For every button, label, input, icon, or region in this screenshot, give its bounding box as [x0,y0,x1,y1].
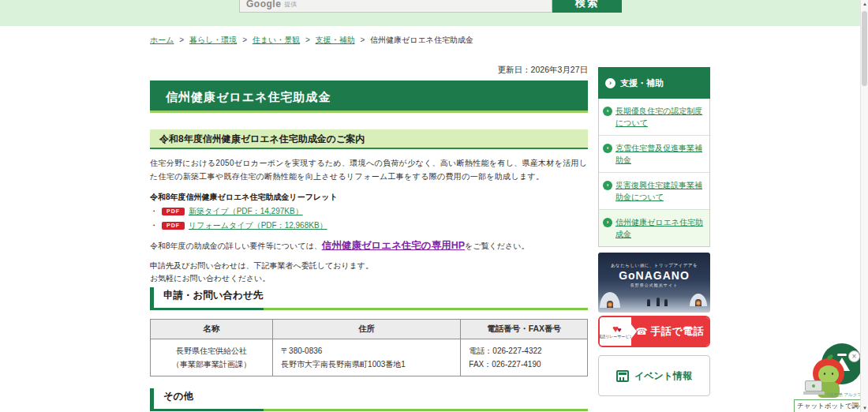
table-header-name: 名称 [151,320,273,339]
table-cell-phone: 電話：026-227-4322 FAX：026-227-4190 [461,339,588,376]
sidebar-menu: › 長期優良住宅の認定制度について › 克雪住宅普及促進事業補助金 › 災害復興… [598,99,710,247]
igloo-illustration [600,292,620,308]
scrollbar[interactable]: ▲ ▼ [860,0,868,412]
scroll-down-icon[interactable]: ▼ [861,406,868,410]
requirements-line: 令和8年度の助成金の詳しい要件等については、信州健康ゼロエネ住宅の専用HPをご覧… [150,239,588,253]
person-silhouette [647,299,650,306]
sign-language-phone-button[interactable]: ♥ ♥ 電話リレーサービス ☎ 手話で電話 [598,316,710,347]
section-underline [150,409,588,411]
other-section-title: その他 [150,388,588,409]
igloo-door [607,301,613,308]
mascot-eye [832,373,833,375]
arrow-circle-icon: › [603,181,612,190]
sign-language-phone-label: 手話で電話 [651,324,705,339]
phone-icon: ☎ [636,326,648,337]
contact-note-2: お気軽にお問い合わせください。 [150,273,588,284]
phone-relay-logo: ♥ ♥ 電話リレーサービス [600,317,631,346]
updated-date: 更新日：2026年3月27日 [150,65,588,76]
breadcrumb-current: 信州健康ゼロエネ住宅助成金 [370,36,473,44]
banner-title: GoNAGANO [598,269,710,282]
search-button[interactable]: 検索 [552,0,622,13]
igloo-glow [697,302,700,305]
breadcrumb-support[interactable]: 支援・補助 [316,36,355,44]
sidebar-item-label[interactable]: 長期優良住宅の認定制度について [615,105,706,129]
table-cell-address: 〒380-0836 長野市大字南長野南県町1003番地1 [273,339,461,376]
search-provided-label: 提供 [284,0,297,9]
breadcrumb-separator: > [179,36,184,44]
sidebar-item-zero-energy-subsidy[interactable]: › 信州健康ゼロエネ住宅助成金 [599,209,709,246]
requirements-suffix: をご覧ください。 [465,242,529,250]
table-row: 長野県住宅供給公社 （事業部事業計画課） 〒380-0836 長野市大字南長野南… [151,339,588,376]
leaflet-heading: 令和8年度信州健康ゼロエネ住宅助成金リーフレット [150,192,588,203]
search-input[interactable]: Google 提供 [239,0,552,13]
page: Google 提供 検索 ホーム > 暮らし・環境 > 住まい・景観 > 支援・… [0,0,868,412]
phone-number: 電話：026-227-4322 [469,344,579,358]
contact-section-title: 申請・お問い合わせ先 [150,287,588,308]
chevron-notch [631,324,637,339]
igloo-door [695,299,702,306]
breadcrumb-housing[interactable]: 住まい・景観 [253,36,300,44]
header-band: Google 提供 検索 [0,0,860,26]
chatbot-label[interactable]: チャットボットで調べる [794,399,868,412]
event-info-button[interactable]: イベント情報 [598,355,710,396]
bullet-icon: ・ [150,206,158,217]
table-header-phone: 電話番号・FAX番号 [461,320,588,339]
arrow-circle-icon: › [603,107,612,116]
person-silhouette [664,299,668,306]
section-underline [150,308,588,310]
sidebar-item-disaster-recovery-subsidy[interactable]: › 災害復興住宅建設事業補助金について [599,172,709,209]
arrow-circle-icon: › [603,144,612,153]
other-section-heading: その他 [150,388,588,411]
table-header-row: 名称 住所 電話番号・FAX番号 [151,320,588,339]
sidebar-item-label[interactable]: 災害復興住宅建設事業補助金について [615,179,706,203]
banner-subtitle: 長野県公式観光サイト [598,283,710,287]
requirements-prefix: 令和8年度の助成金の詳しい要件等については、 [150,242,322,250]
calendar-icon [616,370,629,382]
heart-icon: ♥ [617,328,621,331]
pdf-link-reform[interactable]: リフォームタイプ（PDF：12,968KB） [189,220,327,231]
breadcrumb: ホーム > 暮らし・環境 > 住まい・景観 > 支援・補助 > 信州健康ゼロエネ… [150,35,473,46]
mascot-credit: ©長野県 アルクマ [821,392,862,398]
scrollbar-thumb[interactable] [862,11,867,86]
contact-note-1: 申請先及びお問い合わせは、下記事業者へ委託しております。 [150,260,588,272]
scroll-up-icon[interactable]: ▲ [861,2,868,6]
igloo-glow [608,303,612,306]
breadcrumb-separator: > [360,36,365,44]
igloo-illustration [690,294,707,306]
arrow-circle-icon: › [603,218,612,227]
event-info-label: イベント情報 [634,369,692,383]
go-nagano-banner[interactable]: あなたらしい旅に、トリップアイデアを GoNAGANO 長野県公式観光サイト [598,253,710,313]
street-address: 長野市大字南長野南県町1003番地1 [281,358,452,371]
sidebar-item-label[interactable]: 克雪住宅普及促進事業補助金 [615,142,706,166]
org-division: （事業部事業計画課） [159,358,264,371]
breadcrumb-separator: > [305,36,310,44]
pdf-icon: PDF [162,222,185,230]
dedicated-hp-link[interactable]: 信州健康ゼロエネ住宅の専用HP [322,240,465,251]
sidebar-item-snow-housing-subsidy[interactable]: › 克雪住宅普及促進事業補助金 [599,135,709,172]
mascot-eye [824,373,825,375]
sign-language-phone-label-area: ☎ 手話で電話 [631,317,709,346]
table-header-address: 住所 [273,320,461,339]
page-title: 信州健康ゼロエネ住宅助成金 [150,81,588,113]
breadcrumb-home[interactable]: ホーム [150,36,174,44]
postal-code: 〒380-0836 [281,344,452,358]
sidebar-item-label[interactable]: 信州健康ゼロエネ住宅助成金 [615,216,706,240]
intro-paragraph: 住宅分野における2050ゼロカーボンを実現するため、環境への負荷が少なく、高い断… [150,157,588,183]
breadcrumb-separator: > [242,36,247,44]
section-banner: 令和8年度信州健康ゼロエネ住宅助成金のご案内 [150,129,588,149]
sidebar-header-label: 支援・補助 [620,77,664,89]
contact-table: 名称 住所 電話番号・FAX番号 長野県住宅供給公社 （事業部事業計画課） 〒3… [150,319,588,376]
fax-number: FAX：026-227-4190 [469,358,579,371]
bullet-icon: ・ [150,220,158,231]
breadcrumb-living[interactable]: 暮らし・環境 [189,36,237,44]
pdf-icon: PDF [162,208,185,215]
table-cell-name: 長野県住宅供給公社 （事業部事業計画課） [151,339,273,376]
google-logo: Google [246,0,281,9]
relay-service-label: 電話リレーサービス [598,334,634,339]
pdf-list-item: ・ PDF リフォームタイプ（PDF：12,968KB） [150,220,327,231]
contact-section-heading: 申請・お問い合わせ先 [150,287,588,310]
arrow-circle-icon: › [605,78,615,88]
pdf-link-new-construction[interactable]: 新築タイプ（PDF：14,297KB） [189,206,303,217]
sidebar-header-support: › 支援・補助 [598,67,710,99]
sidebar-item-longterm-housing[interactable]: › 長期優良住宅の認定制度について [599,99,709,135]
